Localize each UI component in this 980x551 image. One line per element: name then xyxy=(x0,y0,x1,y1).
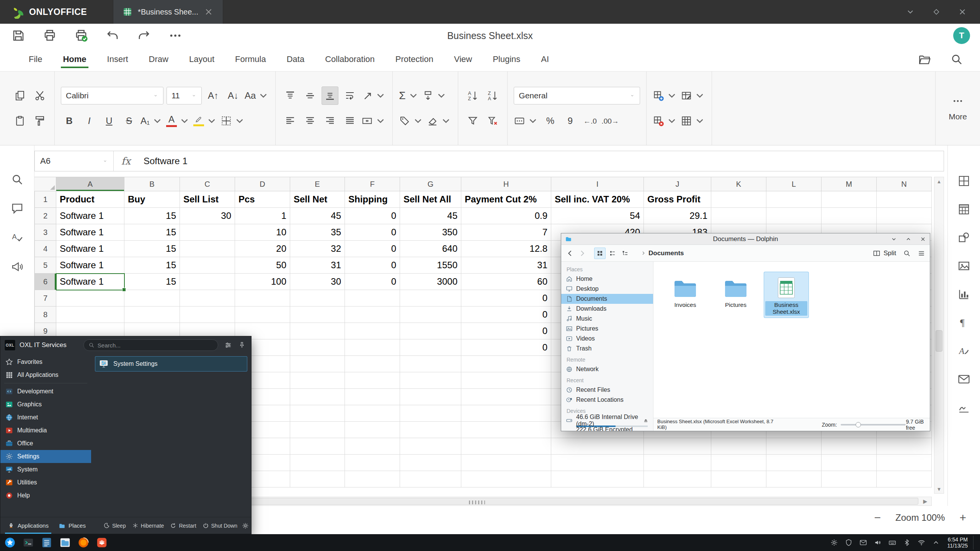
cell-B2[interactable]: 15 xyxy=(124,208,180,224)
cell-L17[interactable] xyxy=(766,455,822,471)
cell-A6[interactable]: Software 1 xyxy=(56,274,124,290)
column-header-M[interactable]: M xyxy=(822,177,877,191)
change-case-button[interactable]: Aa xyxy=(245,86,269,105)
dolphin-zoom-slider[interactable] xyxy=(841,424,906,425)
cell-K16[interactable] xyxy=(711,438,766,455)
cell-L2[interactable] xyxy=(766,208,822,224)
dolphin-maximize-icon[interactable] xyxy=(905,236,911,242)
cell-D5[interactable]: 50 xyxy=(235,257,290,274)
cell-H8[interactable]: 0 xyxy=(461,306,551,323)
align-left-button[interactable] xyxy=(282,112,299,130)
tab-data[interactable]: Data xyxy=(276,47,315,71)
autosum-button[interactable]: Σ xyxy=(399,86,419,105)
customize-toolbar-button[interactable] xyxy=(168,29,182,42)
column-header-A[interactable]: A xyxy=(56,177,124,191)
cell-D7[interactable] xyxy=(235,290,290,306)
tab-close-icon[interactable] xyxy=(204,7,214,17)
align-top-button[interactable] xyxy=(282,86,299,105)
column-header-D[interactable]: D xyxy=(235,177,290,191)
font-size-select[interactable]: 11 xyxy=(167,87,202,104)
footer-tab-places[interactable]: Places xyxy=(54,517,91,534)
row-number-8[interactable]: 8 xyxy=(34,306,56,323)
cell-G15[interactable] xyxy=(400,422,461,438)
zoom-in-button[interactable]: + xyxy=(959,512,966,523)
place-222-6-gib-encrypted-drive[interactable]: 222.6 GiB Encrypted Drive xyxy=(561,428,653,431)
dolphin-close-icon[interactable] xyxy=(920,236,926,242)
column-header-G[interactable]: G xyxy=(400,177,461,191)
cell-F6[interactable]: 0 xyxy=(345,274,400,290)
place-music[interactable]: Music xyxy=(561,314,653,324)
ribbon-more-button[interactable]: More xyxy=(935,72,980,145)
paragraph-settings-icon[interactable]: ¶ xyxy=(957,316,970,329)
cell-F10[interactable] xyxy=(345,339,400,356)
cell-H6[interactable]: 60 xyxy=(461,274,551,290)
redo-button[interactable] xyxy=(137,29,151,42)
cell-H16[interactable] xyxy=(461,438,551,455)
cell-C4[interactable] xyxy=(180,241,235,257)
shape-settings-icon[interactable] xyxy=(957,231,970,244)
column-header-F[interactable]: F xyxy=(345,177,400,191)
category-all-applications[interactable]: All Applications xyxy=(0,368,91,381)
cell-G13[interactable] xyxy=(400,389,461,405)
clear-filter-button[interactable] xyxy=(484,112,501,130)
place-46-6-gib-internal-drive-dm-2[interactable]: 46.6 GiB Internal Drive (dm-2) xyxy=(561,416,653,425)
cell-I2[interactable]: 54 xyxy=(551,208,644,224)
cell-L18[interactable] xyxy=(766,471,822,487)
dolphin-search-icon[interactable] xyxy=(903,249,911,257)
cell-G18[interactable] xyxy=(400,471,461,487)
dolphin-minimize-icon[interactable] xyxy=(891,236,897,242)
spellcheck-panel-icon[interactable]: A xyxy=(11,231,24,244)
breadcrumb[interactable]: Documents xyxy=(641,249,684,257)
cell-F18[interactable] xyxy=(345,471,400,487)
column-header-L[interactable]: L xyxy=(766,177,822,191)
cell-E18[interactable] xyxy=(290,471,345,487)
cell-E17[interactable] xyxy=(290,455,345,471)
decrement-font-size-button[interactable]: A↓ xyxy=(225,86,242,105)
align-justify-button[interactable] xyxy=(341,112,358,130)
find-panel-icon[interactable] xyxy=(11,173,24,186)
restore-window-icon[interactable] xyxy=(932,7,941,16)
format-painter-button[interactable] xyxy=(31,112,48,130)
cell-H9[interactable]: 0 xyxy=(461,323,551,339)
cell-C1[interactable]: Sell List xyxy=(180,191,235,208)
select-all-corner[interactable] xyxy=(34,177,56,191)
cell-K17[interactable] xyxy=(711,455,766,471)
cell-F11[interactable] xyxy=(345,356,400,372)
cell-C6[interactable] xyxy=(180,274,235,290)
cell-H14[interactable] xyxy=(461,405,551,422)
document-tab[interactable]: *Business Shee... xyxy=(113,0,223,24)
delete-cells-button[interactable] xyxy=(653,112,678,130)
split-view-button[interactable]: Split xyxy=(873,249,896,257)
category-system[interactable]: System xyxy=(0,463,91,476)
scroll-up-icon[interactable]: ▲ xyxy=(935,177,943,186)
file-item-invoices[interactable]: Invoices xyxy=(663,272,708,311)
category-development[interactable]: Development xyxy=(0,385,91,398)
cell-F3[interactable]: 0 xyxy=(345,224,400,241)
font-name-select[interactable]: Calibri xyxy=(61,87,163,104)
cell-D4[interactable]: 20 xyxy=(235,241,290,257)
category-utilities[interactable]: Utilities xyxy=(0,476,91,489)
cell-E14[interactable] xyxy=(290,405,345,422)
cell-J17[interactable] xyxy=(644,455,711,471)
cell-H5[interactable]: 31 xyxy=(461,257,551,274)
cell-K2[interactable] xyxy=(711,208,766,224)
orientation-button[interactable] xyxy=(361,86,386,105)
details-view-button[interactable] xyxy=(607,248,618,259)
cell-H12[interactable] xyxy=(461,372,551,389)
table-settings-icon[interactable] xyxy=(957,203,970,216)
cell-D3[interactable]: 10 xyxy=(235,224,290,241)
cell-I1[interactable]: Sell inc. VAT 20% xyxy=(551,191,644,208)
column-header-C[interactable]: C xyxy=(180,177,235,191)
cell-L1[interactable] xyxy=(766,191,822,208)
taskbar-app-text-editor-icon[interactable] xyxy=(40,536,54,549)
footer-tab-applications[interactable]: Applications xyxy=(3,517,54,534)
cell-B5[interactable]: 15 xyxy=(124,257,180,274)
cell-M2[interactable] xyxy=(822,208,877,224)
quick-print-button[interactable] xyxy=(74,29,88,42)
cell-E3[interactable]: 35 xyxy=(290,224,345,241)
cell-G8[interactable] xyxy=(400,306,461,323)
cell-H1[interactable]: Payment Cut 2% xyxy=(461,191,551,208)
cell-C8[interactable] xyxy=(180,306,235,323)
font-color-button[interactable]: A xyxy=(166,112,190,130)
tab-formula[interactable]: Formula xyxy=(225,47,276,71)
